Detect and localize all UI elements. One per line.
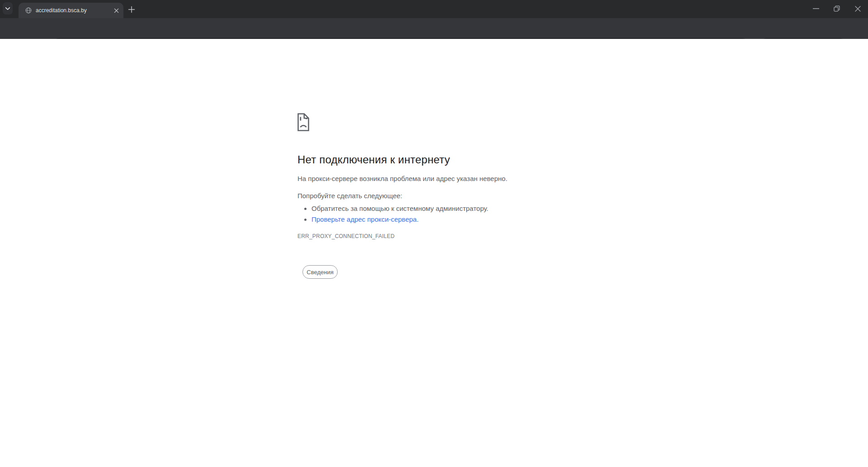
tab-close-button[interactable] <box>112 6 120 14</box>
chevron-down-icon <box>5 5 11 12</box>
minimize-button[interactable] <box>806 0 826 17</box>
error-description: На прокси-сервере возникла проблема или … <box>297 175 507 182</box>
window-controls <box>806 0 868 18</box>
globe-favicon-icon <box>25 7 32 14</box>
proxy-settings-link[interactable]: Проверьте адрес прокси-сервера. <box>311 215 419 223</box>
tab-title: accreditation.bsca.by <box>36 7 112 14</box>
sad-file-icon <box>297 113 309 131</box>
error-title: Нет подключения к интернету <box>297 153 450 166</box>
close-icon <box>114 8 119 13</box>
error-page: Нет подключения к интернету На прокси-се… <box>0 39 868 467</box>
suggestions-header: Попробуйте сделать следующее: <box>297 192 402 200</box>
tab-search-button[interactable] <box>3 2 13 14</box>
tab-strip: accreditation.bsca.by <box>0 0 868 18</box>
details-button[interactable]: Сведения <box>302 265 338 279</box>
suggestions-list: Обратитесь за помощью к системному админ… <box>297 203 488 225</box>
browser-tab[interactable]: accreditation.bsca.by <box>19 3 123 18</box>
minimize-icon <box>813 8 819 9</box>
suggestion-item: Проверьте адрес прокси-сервера. <box>311 214 488 225</box>
restore-button[interactable] <box>826 0 847 17</box>
window-close-button[interactable] <box>847 0 868 17</box>
error-code: ERR_PROXY_CONNECTION_FAILED <box>297 233 395 239</box>
suggestion-item: Обратитесь за помощью к системному админ… <box>311 203 488 214</box>
window-close-icon <box>855 6 861 12</box>
restore-icon <box>834 5 840 12</box>
browser-toolbar: accreditation.bsca.by:8443 Ок <box>0 18 868 39</box>
new-tab-button[interactable] <box>127 5 137 14</box>
plus-icon <box>128 6 135 13</box>
